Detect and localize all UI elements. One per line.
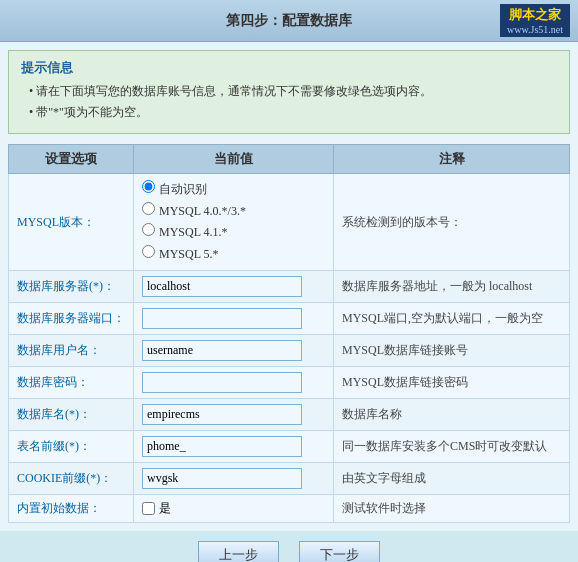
col-header-setting: 设置选项 — [9, 145, 134, 174]
setting-note-0: 系统检测到的版本号： — [334, 174, 570, 271]
setting-value-7[interactable] — [134, 463, 334, 495]
checkbox-8[interactable] — [142, 502, 155, 515]
text-input-6[interactable] — [142, 436, 302, 457]
info-box: 提示信息 请在下面填写您的数据库账号信息，通常情况下不需要修改绿色选项内容。 带… — [8, 50, 570, 134]
text-input-5[interactable] — [142, 404, 302, 425]
table-row: 数据库密码：MYSQL数据库链接密码 — [9, 367, 570, 399]
prev-button[interactable]: 上一步 — [198, 541, 279, 562]
text-input-2[interactable] — [142, 308, 302, 329]
setting-note-2: MYSQL端口,空为默认端口，一般为空 — [334, 303, 570, 335]
setting-value-1[interactable] — [134, 271, 334, 303]
setting-note-7: 由英文字母组成 — [334, 463, 570, 495]
table-header-row: 设置选项 当前值 注释 — [9, 145, 570, 174]
table-row: MYSQL版本：自动识别MYSQL 4.0.*/3.*MYSQL 4.1.*MY… — [9, 174, 570, 271]
col-header-note: 注释 — [334, 145, 570, 174]
setting-label-0: MYSQL版本： — [9, 174, 134, 271]
button-bar: 上一步 下一步 — [0, 531, 578, 562]
top-bar: 第四步：配置数据库 脚本之家 www.Js51.net — [0, 0, 578, 42]
table-row: COOKIE前缀(*)：由英文字母组成 — [9, 463, 570, 495]
setting-note-8: 测试软件时选择 — [334, 495, 570, 523]
setting-label-8: 内置初始数据： — [9, 495, 134, 523]
text-input-7[interactable] — [142, 468, 302, 489]
radio-option-3[interactable]: MYSQL 5.* — [142, 244, 325, 266]
setting-value-8: 是 — [134, 495, 334, 523]
setting-label-3: 数据库用户名： — [9, 335, 134, 367]
setting-value-6[interactable] — [134, 431, 334, 463]
setting-label-4: 数据库密码： — [9, 367, 134, 399]
main-container: 提示信息 请在下面填写您的数据库账号信息，通常情况下不需要修改绿色选项内容。 带… — [0, 42, 578, 531]
setting-value-3[interactable] — [134, 335, 334, 367]
page-title: 第四步：配置数据库 — [78, 12, 500, 30]
table-row: 内置初始数据：是测试软件时选择 — [9, 495, 570, 523]
text-input-3[interactable] — [142, 340, 302, 361]
table-row: 数据库名(*)：数据库名称 — [9, 399, 570, 431]
setting-note-4: MYSQL数据库链接密码 — [334, 367, 570, 399]
radio-option-1[interactable]: MYSQL 4.0.*/3.* — [142, 201, 325, 223]
info-item-1: 请在下面填写您的数据库账号信息，通常情况下不需要修改绿色选项内容。 — [29, 83, 557, 100]
site-logo: 脚本之家 www.Js51.net — [500, 4, 570, 37]
settings-table: 设置选项 当前值 注释 MYSQL版本：自动识别MYSQL 4.0.*/3.*M… — [8, 144, 570, 523]
setting-label-7: COOKIE前缀(*)： — [9, 463, 134, 495]
setting-value-2[interactable] — [134, 303, 334, 335]
setting-label-2: 数据库服务器端口： — [9, 303, 134, 335]
setting-value-4[interactable] — [134, 367, 334, 399]
info-list: 请在下面填写您的数据库账号信息，通常情况下不需要修改绿色选项内容。 带"*"项为… — [21, 83, 557, 121]
password-input-4[interactable] — [142, 372, 302, 393]
table-row: 数据库服务器端口：MYSQL端口,空为默认端口，一般为空 — [9, 303, 570, 335]
checkbox-label-8: 是 — [159, 500, 171, 517]
radio-option-0[interactable]: 自动识别 — [142, 179, 325, 201]
setting-label-5: 数据库名(*)： — [9, 399, 134, 431]
setting-note-6: 同一数据库安装多个CMS时可改变默认 — [334, 431, 570, 463]
setting-note-3: MYSQL数据库链接账号 — [334, 335, 570, 367]
radio-option-2[interactable]: MYSQL 4.1.* — [142, 222, 325, 244]
checkbox-row-8: 是 — [142, 500, 325, 517]
next-button[interactable]: 下一步 — [299, 541, 380, 562]
col-header-value: 当前值 — [134, 145, 334, 174]
table-row: 数据库服务器(*)：数据库服务器地址，一般为 localhost — [9, 271, 570, 303]
info-title: 提示信息 — [21, 59, 557, 77]
setting-note-5: 数据库名称 — [334, 399, 570, 431]
setting-value-0: 自动识别MYSQL 4.0.*/3.*MYSQL 4.1.*MYSQL 5.* — [134, 174, 334, 271]
text-input-1[interactable] — [142, 276, 302, 297]
setting-note-1: 数据库服务器地址，一般为 localhost — [334, 271, 570, 303]
setting-label-6: 表名前缀(*)： — [9, 431, 134, 463]
table-row: 数据库用户名：MYSQL数据库链接账号 — [9, 335, 570, 367]
mysql-version-radio-group: 自动识别MYSQL 4.0.*/3.*MYSQL 4.1.*MYSQL 5.* — [142, 179, 325, 265]
table-row: 表名前缀(*)：同一数据库安装多个CMS时可改变默认 — [9, 431, 570, 463]
info-item-2: 带"*"项为不能为空。 — [29, 104, 557, 121]
setting-label-1: 数据库服务器(*)： — [9, 271, 134, 303]
setting-value-5[interactable] — [134, 399, 334, 431]
